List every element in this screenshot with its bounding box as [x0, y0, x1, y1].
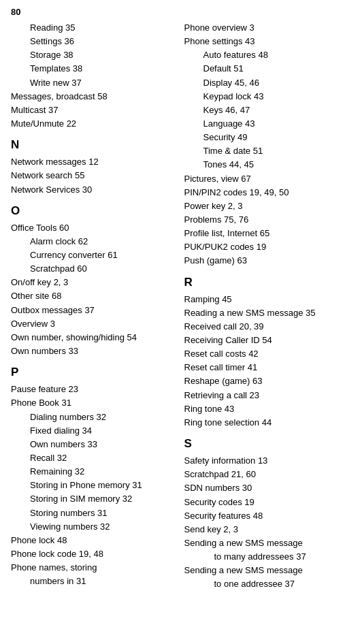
index-entry: Storing in SIM memory 32 [11, 492, 176, 506]
index-entry: Phone names, storing [11, 561, 176, 575]
page-number: 80 [11, 7, 349, 17]
index-entry: Network messages 12 [11, 155, 176, 169]
index-entry: Sending a new SMS message [184, 564, 350, 577]
index-entry: Phone lock 48 [11, 534, 176, 547]
index-entry: Alarm clock 62 [11, 235, 176, 248]
index-entry: Security features 48 [184, 509, 350, 523]
index-entry: Receiving Caller ID 54 [184, 334, 350, 347]
index-entry: Reset call timer 41 [184, 361, 350, 374]
index-entry: Storing numbers 31 [11, 506, 176, 520]
index-entry: Reading a new SMS message 35 [184, 306, 350, 320]
section-letter-o: O [11, 204, 176, 219]
index-entry: Dialing numbers 32 [11, 410, 176, 424]
index-entry: Remaining 32 [11, 465, 176, 479]
section-letter-r: R [184, 275, 350, 290]
index-entry: Messages, broadcast 58 [11, 90, 176, 103]
index-entry: Scratchpad 60 [11, 262, 176, 276]
index-entry: Currency converter 61 [11, 248, 176, 262]
index-entry: Recall 32 [11, 451, 176, 465]
index-entry: Storing in Phone memory 31 [11, 479, 176, 492]
index-entry: Templates 38 [11, 62, 176, 76]
index-entry: Own numbers 33 [11, 438, 176, 451]
index-entry: to one addressee 37 [184, 577, 350, 591]
index-entry: Push (game) 63 [184, 254, 350, 268]
index-entry: Mute/Unmute 22 [11, 117, 176, 131]
section-letter-s: S [184, 436, 350, 451]
index-entry: Viewing numbers 32 [11, 520, 176, 534]
index-entry: Received call 20, 39 [184, 320, 350, 334]
index-entry: Own number, showing/hiding 54 [11, 331, 176, 344]
index-entry: Security 49 [184, 131, 350, 144]
index-entry: Scratchpad 21, 60 [184, 468, 350, 481]
index-entry: Phone lock code 19, 48 [11, 547, 176, 561]
index-entry: Multicast 37 [11, 103, 176, 117]
index-entry: Security codes 19 [184, 496, 350, 509]
index-entry: Settings 36 [11, 35, 176, 48]
index-entry: Own numbers 33 [11, 344, 176, 358]
index-entry: Storage 38 [11, 48, 176, 62]
index-entry: Phone Book 31 [11, 396, 176, 410]
section-letter-n: N [11, 138, 176, 152]
index-entry: Pictures, view 67 [184, 172, 350, 186]
index-entry: Keypad lock 43 [184, 90, 350, 103]
index-entry: Phone settings 43 [184, 35, 350, 48]
index-entry: Reset call costs 42 [184, 347, 350, 361]
index-entry: Sending a new SMS message [184, 536, 350, 550]
index-entry: Auto features 48 [184, 48, 350, 62]
left-column: Reading 35Settings 36Storage 38Templates… [11, 21, 182, 592]
index-entry: Pause feature 23 [11, 383, 176, 396]
section-letter-p: P [11, 365, 176, 380]
index-entry: Ring tone selection 44 [184, 416, 350, 430]
index-entry: Power key 2, 3 [184, 199, 350, 213]
index-entry: Overview 3 [11, 317, 176, 331]
index-entry: Reshape (game) 63 [184, 374, 350, 388]
index-entry: to many addressees 37 [184, 550, 350, 564]
index-entry: Phone overview 3 [184, 21, 350, 35]
index-entry: Network search 55 [11, 169, 176, 182]
index-entry: On/off key 2, 3 [11, 276, 176, 289]
index-entry: Other site 68 [11, 289, 176, 303]
index-entry: numbers in 31 [11, 575, 176, 588]
index-columns: Reading 35Settings 36Storage 38Templates… [11, 21, 349, 592]
index-entry: Problems 75, 76 [184, 213, 350, 227]
index-entry: Ring tone 43 [184, 402, 350, 416]
index-entry: Default 51 [184, 62, 350, 76]
index-entry: Outbox messages 37 [11, 304, 176, 317]
index-entry: Time & date 51 [184, 144, 350, 158]
index-entry: Office Tools 60 [11, 221, 176, 235]
index-entry: Display 45, 46 [184, 76, 350, 90]
index-entry: Ramping 45 [184, 293, 350, 306]
index-entry: SDN numbers 30 [184, 481, 350, 495]
index-entry: Safety information 13 [184, 454, 350, 468]
index-entry: Keys 46, 47 [184, 103, 350, 117]
index-entry: PUK/PUK2 codes 19 [184, 240, 350, 254]
index-entry: Profile list, Internet 65 [184, 227, 350, 240]
index-entry: Network Services 30 [11, 183, 176, 197]
index-entry: PIN/PIN2 codes 19, 49, 50 [184, 186, 350, 199]
index-entry: Reading 35 [11, 21, 176, 35]
index-entry: Retrieving a call 23 [184, 389, 350, 402]
index-entry: Tones 44, 45 [184, 158, 350, 172]
index-entry: Language 43 [184, 117, 350, 131]
index-entry: Fixed dialing 34 [11, 424, 176, 438]
right-column: Phone overview 3Phone settings 43Auto fe… [182, 21, 350, 592]
index-entry: Write new 37 [11, 76, 176, 90]
index-entry: Send key 2, 3 [184, 523, 350, 536]
